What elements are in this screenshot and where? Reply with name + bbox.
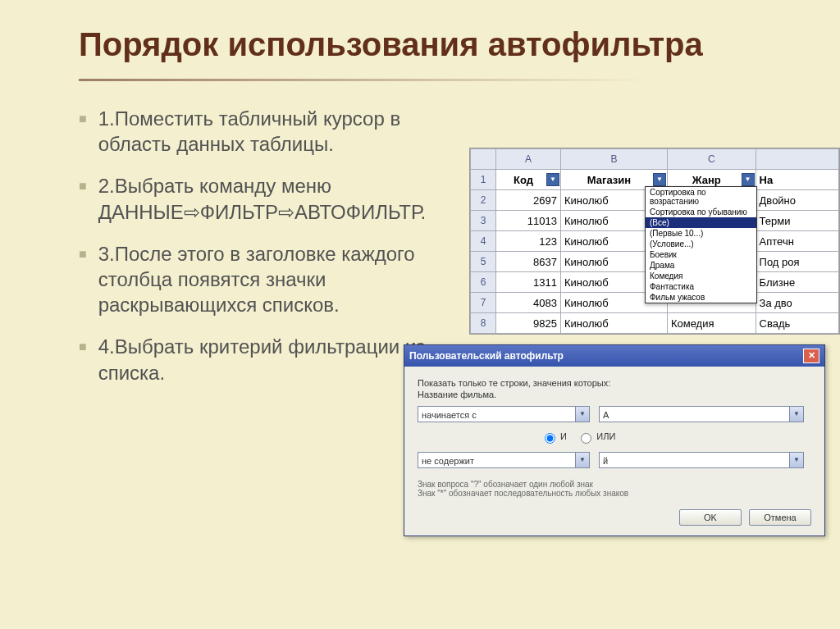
bullet-marker: ■ xyxy=(79,178,87,224)
bullet-marker: ■ xyxy=(79,246,87,318)
cell[interactable]: Комедия xyxy=(667,313,756,334)
dropdown-option-selected[interactable]: (Все) xyxy=(646,217,756,228)
autofilter-dropdown: Сортировка по возрастанию Сортировка по … xyxy=(645,186,757,303)
cell[interactable]: За дво xyxy=(756,293,838,313)
filter-dropdown-icon[interactable]: ▼ xyxy=(546,173,559,186)
header-title: На xyxy=(756,170,838,190)
dropdown-option[interactable]: Драма xyxy=(646,260,756,271)
cancel-button[interactable]: Отмена xyxy=(749,509,811,526)
condition1-combo[interactable]: начинается с▼ xyxy=(418,406,590,422)
condition2-combo[interactable]: не содержит▼ xyxy=(418,452,590,468)
col-letter[interactable] xyxy=(756,149,838,170)
bullet-text: 1.Поместить табличный курсор в область д… xyxy=(98,106,472,157)
cell[interactable]: 4083 xyxy=(496,293,561,313)
chevron-down-icon: ▼ xyxy=(789,407,803,422)
cell[interactable]: Близне xyxy=(756,272,838,293)
corner-cell[interactable] xyxy=(471,149,496,170)
row-number[interactable]: 8 xyxy=(471,313,496,334)
header-code: Код▼ xyxy=(496,170,561,190)
radio-or[interactable]: ИЛИ xyxy=(577,431,615,441)
cell[interactable]: Аптечн xyxy=(756,231,838,252)
row-number[interactable]: 4 xyxy=(471,231,496,252)
row-number[interactable]: 6 xyxy=(471,272,496,293)
filter-dropdown-icon[interactable]: ▼ xyxy=(742,173,755,186)
dropdown-option[interactable]: Фантастика xyxy=(646,281,756,292)
dialog-help-text: Знак вопроса "?" обозначает один любой з… xyxy=(418,480,811,498)
cell[interactable]: 11013 xyxy=(496,211,561,231)
cell[interactable]: Терми xyxy=(756,211,838,231)
row-number[interactable]: 5 xyxy=(471,252,496,272)
cell[interactable]: Под роя xyxy=(756,252,838,272)
col-letter[interactable]: A xyxy=(496,149,561,170)
chevron-down-icon: ▼ xyxy=(575,407,589,422)
cell[interactable]: Кинолюб xyxy=(560,313,667,334)
dropdown-option[interactable]: Боевик xyxy=(646,249,756,260)
dropdown-option[interactable]: Фильм ужасов xyxy=(646,292,756,303)
dropdown-option[interactable]: Комедия xyxy=(646,271,756,281)
row-number[interactable]: 7 xyxy=(471,293,496,313)
col-letter[interactable]: B xyxy=(560,149,667,170)
cell[interactable]: Свадь xyxy=(756,313,838,334)
dropdown-option[interactable]: (Первые 10...) xyxy=(646,228,756,239)
filter-dropdown-icon[interactable]: ▼ xyxy=(653,173,666,186)
dialog-instruction: Показать только те строки, значения кото… xyxy=(418,378,811,388)
dialog-title: Пользовательский автофильтр xyxy=(409,350,564,362)
bullet-text: 3.После этого в заголовке каждого столбц… xyxy=(98,241,472,318)
cell[interactable]: 2697 xyxy=(496,190,561,211)
cell[interactable]: 123 xyxy=(496,231,561,252)
custom-autofilter-dialog: Пользовательский автофильтр ✕ Показать т… xyxy=(404,344,825,536)
ok-button[interactable]: OK xyxy=(679,509,742,526)
cell[interactable]: 8637 xyxy=(496,252,561,272)
bullet-marker: ■ xyxy=(79,111,87,157)
row-number[interactable]: 2 xyxy=(471,190,496,211)
chevron-down-icon: ▼ xyxy=(789,453,803,467)
value1-combo[interactable]: А▼ xyxy=(599,406,804,422)
cell[interactable]: 9825 xyxy=(496,313,561,334)
cell[interactable]: Двойно xyxy=(756,190,838,211)
close-icon[interactable]: ✕ xyxy=(803,349,819,363)
col-letter[interactable]: C xyxy=(667,149,756,170)
bullet-marker: ■ xyxy=(79,339,87,385)
dialog-field-label: Название фильма. xyxy=(418,390,811,399)
dropdown-option[interactable]: Сортировка по возрастанию xyxy=(646,187,756,207)
spreadsheet: A B C 1 Код▼ Магазин▼ Жанр▼ На 22697Кино… xyxy=(469,148,840,335)
cell[interactable]: 1311 xyxy=(496,272,561,293)
title-underline xyxy=(79,79,751,81)
row-number[interactable]: 3 xyxy=(471,211,496,231)
dropdown-option[interactable]: Сортировка по убыванию xyxy=(646,207,756,217)
value2-combo[interactable]: й▼ xyxy=(599,452,804,468)
row-number[interactable]: 1 xyxy=(471,170,496,190)
chevron-down-icon: ▼ xyxy=(575,453,589,467)
dropdown-option[interactable]: (Условие...) xyxy=(646,239,756,249)
bullet-text: 2.Выбрать команду меню ДАННЫЕ⇨ФИЛЬТР⇨АВТ… xyxy=(98,173,472,224)
bullet-list: ■1.Поместить табличный курсор в область … xyxy=(79,106,472,385)
slide-title: Порядок использования автофильтра xyxy=(79,25,751,71)
radio-and[interactable]: И xyxy=(541,431,567,441)
dialog-titlebar[interactable]: Пользовательский автофильтр ✕ xyxy=(404,345,824,367)
